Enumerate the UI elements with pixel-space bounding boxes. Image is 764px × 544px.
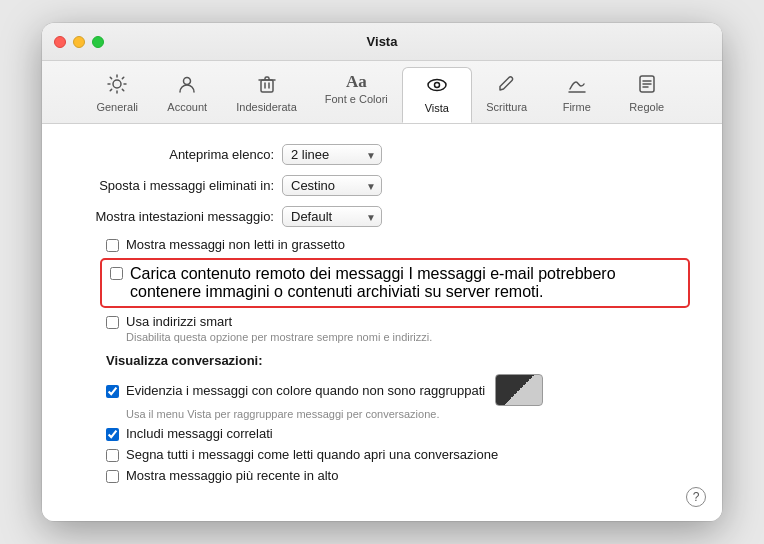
tab-vista[interactable]: Vista (402, 67, 472, 123)
includi-row: Includi messaggi correlati (74, 426, 690, 441)
color-swatch[interactable] (495, 374, 543, 406)
tab-font-colori[interactable]: Aa Font e Colori (311, 67, 402, 123)
intestazioni-row: Mostra intestazioni messaggio: Default N… (74, 206, 690, 227)
carica-content: Carica contenuto remoto dei messaggi I m… (130, 265, 680, 301)
recente-checkbox[interactable] (106, 470, 119, 483)
tab-generali-label: Generali (96, 101, 138, 113)
sposta-label: Sposta i messaggi eliminati in: (74, 178, 274, 193)
carica-label: Carica contenuto remoto dei messaggi (130, 265, 404, 282)
tab-firme-label: Firme (563, 101, 591, 113)
titlebar: Vista (42, 23, 722, 61)
evidenzia-inner: Evidenzia i messaggi con colore quando n… (106, 374, 543, 406)
anteprima-select-container: 2 linee 1 linea Nessuna ▼ (282, 144, 382, 165)
close-button[interactable] (54, 36, 66, 48)
recente-label: Mostra messaggio più recente in alto (126, 468, 338, 483)
tab-account[interactable]: Account (152, 67, 222, 123)
traffic-lights (54, 36, 104, 48)
includi-checkbox[interactable] (106, 428, 119, 441)
intestazioni-label: Mostra intestazioni messaggio: (74, 209, 274, 224)
svg-point-3 (428, 80, 446, 91)
vista-icon (426, 74, 448, 99)
anteprima-select[interactable]: 2 linee 1 linea Nessuna (282, 144, 382, 165)
tab-indesiderata-label: Indesiderata (236, 101, 297, 113)
account-icon (176, 73, 198, 98)
smart-inner: Usa indirizzi smart (106, 314, 232, 329)
carica-highlight-box: Carica contenuto remoto dei messaggi I m… (100, 258, 690, 308)
tab-account-label: Account (167, 101, 207, 113)
minimize-button[interactable] (73, 36, 85, 48)
evidenzia-label: Evidenzia i messaggi con colore quando n… (126, 383, 485, 398)
evidenzia-checkbox[interactable] (106, 385, 119, 398)
smart-label: Usa indirizzi smart (126, 314, 232, 329)
sposta-select-container: Cestino Archivio ▼ (282, 175, 382, 196)
svg-point-4 (434, 83, 439, 88)
tab-font-colori-label: Font e Colori (325, 93, 388, 105)
visualizza-section-label: Visualizza conversazioni: (74, 353, 690, 368)
tab-regole-label: Regole (629, 101, 664, 113)
tab-indesiderata[interactable]: Indesiderata (222, 67, 311, 123)
grassetto-label: Mostra messaggi non letti in grassetto (126, 237, 345, 252)
tab-generali[interactable]: Generali (82, 67, 152, 123)
tab-scrittura-label: Scrittura (486, 101, 527, 113)
evidenzia-sub: Usa il menu Vista per raggruppare messag… (126, 408, 439, 420)
svg-point-1 (184, 78, 191, 85)
window: Vista Generali Account (42, 23, 722, 521)
generali-icon (106, 73, 128, 98)
content-wrapper: Anteprima elenco: 2 linee 1 linea Nessun… (42, 124, 722, 521)
scrittura-icon (496, 73, 518, 98)
indesiderata-icon (256, 73, 278, 98)
anteprima-row: Anteprima elenco: 2 linee 1 linea Nessun… (74, 144, 690, 165)
svg-point-0 (113, 80, 121, 88)
help-button[interactable]: ? (686, 487, 706, 507)
smart-sub: Disabilita questa opzione per mostrare s… (126, 331, 432, 343)
smart-checkbox[interactable] (106, 316, 119, 329)
intestazioni-select[interactable]: Default Nessuna Tutte (282, 206, 382, 227)
bottom-bar: ? (42, 509, 722, 521)
content-area: Anteprima elenco: 2 linee 1 linea Nessun… (42, 124, 722, 509)
intestazioni-select-container: Default Nessuna Tutte ▼ (282, 206, 382, 227)
window-title: Vista (367, 34, 398, 49)
segna-label: Segna tutti i messaggi come letti quando… (126, 447, 498, 462)
evidenzia-row: Evidenzia i messaggi con colore quando n… (74, 374, 690, 420)
toolbar: Generali Account Indesiderata (42, 61, 722, 124)
grassetto-row: Mostra messaggi non letti in grassetto (74, 237, 690, 252)
anteprima-label: Anteprima elenco: (74, 147, 274, 162)
tab-regole[interactable]: Regole (612, 67, 682, 123)
grassetto-checkbox[interactable] (106, 239, 119, 252)
tab-vista-label: Vista (425, 102, 449, 114)
smart-row: Usa indirizzi smart Disabilita questa op… (74, 314, 690, 343)
firme-icon (566, 73, 588, 98)
svg-rect-2 (261, 80, 273, 92)
regole-icon (636, 73, 658, 98)
tab-firme[interactable]: Firme (542, 67, 612, 123)
maximize-button[interactable] (92, 36, 104, 48)
font-colori-icon: Aa (346, 73, 367, 90)
carica-checkbox[interactable] (110, 267, 123, 280)
recente-row: Mostra messaggio più recente in alto (74, 468, 690, 483)
carica-row: Carica contenuto remoto dei messaggi I m… (110, 265, 680, 301)
sposta-select[interactable]: Cestino Archivio (282, 175, 382, 196)
segna-row: Segna tutti i messaggi come letti quando… (74, 447, 690, 462)
includi-label: Includi messaggi correlati (126, 426, 273, 441)
segna-checkbox[interactable] (106, 449, 119, 462)
sposta-row: Sposta i messaggi eliminati in: Cestino … (74, 175, 690, 196)
tab-scrittura[interactable]: Scrittura (472, 67, 542, 123)
